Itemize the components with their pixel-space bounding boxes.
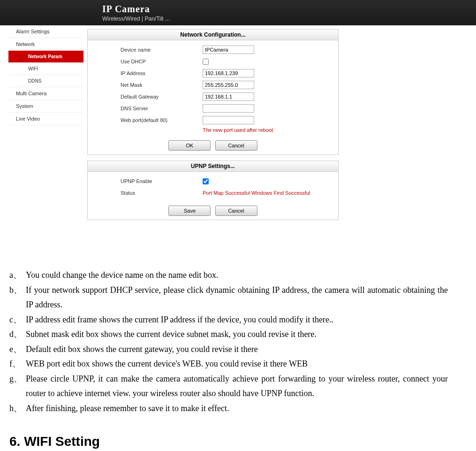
sidebar-item-ddns[interactable]: DDNS xyxy=(8,75,83,87)
upnp-status-value: Port Map Successful Windows Find Success… xyxy=(203,190,310,196)
device-name-input[interactable] xyxy=(203,46,254,54)
sidebar-item-wifi[interactable]: WIFI xyxy=(8,63,83,75)
list-marker: c、 xyxy=(9,313,26,328)
list-marker: h、 xyxy=(9,401,26,416)
list-item: After finishing, please remember to save… xyxy=(26,401,448,416)
instruction-list: a、You could change the device name on th… xyxy=(9,268,448,416)
save-button[interactable]: Save xyxy=(168,206,211,216)
list-item: IP address edit frame shows the current … xyxy=(26,313,448,328)
app-title: IP Camera xyxy=(102,4,476,15)
list-item: Default edit box shows the current gatew… xyxy=(26,342,448,357)
main-area: Alarm Settings Network Network Param WIF… xyxy=(0,25,476,259)
list-item: Subnet mask edit box shows the current d… xyxy=(26,327,448,342)
ok-button[interactable]: OK xyxy=(168,140,211,151)
app-subtitle: Wireless/Wired | Pan/Tilt ... xyxy=(102,15,476,22)
network-config-title: Network Configuration... xyxy=(88,30,338,40)
sidebar-item-system[interactable]: System xyxy=(8,100,83,113)
gateway-label: Default Gateway xyxy=(121,94,203,99)
webport-input[interactable] xyxy=(203,116,254,124)
upnp-status-label: Status xyxy=(121,190,203,196)
ip-address-input[interactable] xyxy=(203,69,254,77)
gateway-input[interactable] xyxy=(203,92,254,101)
list-marker: e、 xyxy=(9,342,26,357)
use-dhcp-checkbox[interactable] xyxy=(203,59,209,65)
dns-input[interactable] xyxy=(203,104,254,113)
list-item: You could change the device name on the … xyxy=(26,268,448,283)
sidebar-item-network[interactable]: Network xyxy=(8,38,83,51)
list-marker: d、 xyxy=(9,327,26,342)
list-marker: b、 xyxy=(9,283,26,313)
content-area: Network Configuration... Device name Use… xyxy=(83,25,476,259)
sidebar: Alarm Settings Network Network Param WIF… xyxy=(8,25,83,259)
list-marker: f、 xyxy=(9,357,26,372)
dns-label: DNS Server xyxy=(121,106,203,111)
document-section: a、You could change the device name on th… xyxy=(0,259,476,451)
sidebar-item-alarm[interactable]: Alarm Settings xyxy=(8,25,83,38)
upnp-panel: UPNP Settings... UPNP Enable Status Port… xyxy=(87,161,339,220)
netmask-input[interactable] xyxy=(203,81,254,89)
list-marker: a、 xyxy=(9,268,26,283)
upnp-enable-checkbox[interactable] xyxy=(203,178,209,184)
sidebar-item-multi-camera[interactable]: Multi Camera xyxy=(8,87,83,100)
webport-hint: The new port used after reboot xyxy=(121,127,338,133)
use-dhcp-label: Use DHCP xyxy=(121,59,203,64)
device-name-label: Device name xyxy=(121,47,203,53)
list-marker: g、 xyxy=(9,372,26,401)
cancel-button-upnp[interactable]: Cancel xyxy=(215,206,257,216)
cancel-button[interactable]: Cancel xyxy=(215,140,257,151)
webport-label: Web port(default 80) xyxy=(121,117,203,123)
wifi-setting-heading: 6. WIFI Setting xyxy=(9,430,448,451)
netmask-label: Net Mask xyxy=(121,82,203,88)
app-header: IP Camera Wireless/Wired | Pan/Tilt ... xyxy=(0,0,476,25)
upnp-title: UPNP Settings... xyxy=(88,161,338,172)
network-config-panel: Network Configuration... Device name Use… xyxy=(87,29,339,155)
upnp-enable-label: UPNP Enable xyxy=(121,178,203,184)
ip-address-label: IP Address xyxy=(121,70,203,76)
sidebar-item-live-video[interactable]: Live Video xyxy=(8,113,83,125)
list-item: WEB port edit box shows the current devi… xyxy=(26,357,448,372)
list-item: Please circle UPNP, it can make the came… xyxy=(26,372,448,401)
sidebar-item-network-param[interactable]: Network Param xyxy=(8,51,83,63)
list-item: If your network support DHCP service, pl… xyxy=(26,283,448,313)
